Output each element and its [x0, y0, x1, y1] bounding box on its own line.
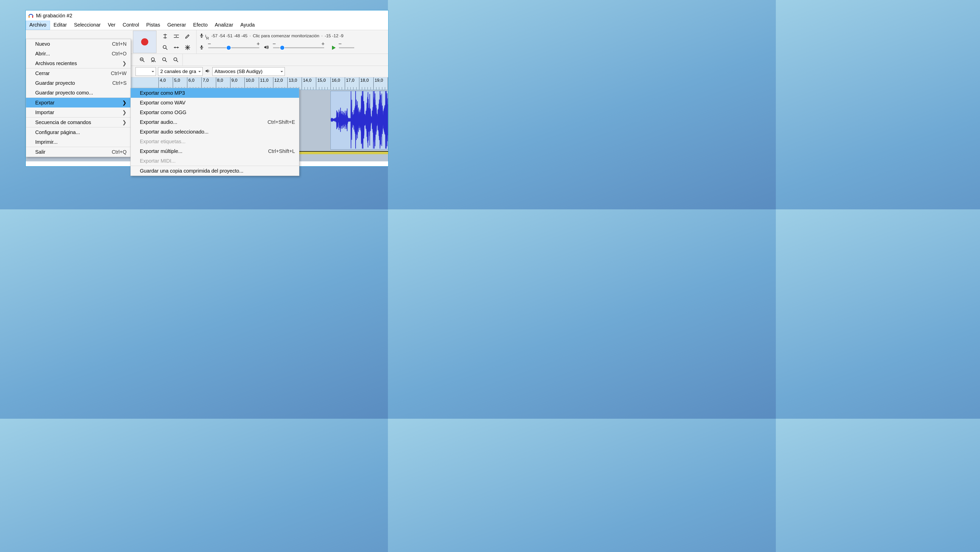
file-menu-item[interactable]: NuevoCtrl+N	[26, 39, 130, 49]
file-menu-item[interactable]: Guardar proyecto como...	[26, 88, 130, 98]
file-menu-item[interactable]: Abrir...Ctrl+O	[26, 49, 130, 59]
menu-editar[interactable]: Editar	[50, 21, 70, 30]
menu-analizar[interactable]: Analizar	[211, 21, 237, 30]
ruler-tick-label: 10,0	[246, 78, 254, 83]
zoom-sel-icon[interactable]	[148, 54, 159, 65]
envelope-tool-icon[interactable]	[171, 30, 182, 42]
export-menu-item[interactable]: Exportar audio seleccionado...	[130, 127, 299, 137]
submenu-arrow-icon: ❯	[112, 60, 127, 66]
menu-shortcut: Ctrl+O	[102, 51, 127, 57]
export-menu-item[interactable]: Guardar una copia comprimida del proyect…	[130, 166, 299, 175]
playback-volume-slider[interactable]: −+	[270, 47, 327, 48]
titlebar: Mi grabación #2	[26, 10, 388, 21]
file-menu-item[interactable]: Secuencia de comandos❯	[26, 118, 130, 128]
file-menu-item[interactable]: Exportar❯	[26, 98, 130, 107]
export-menu-item: Exportar etiquetas...	[130, 137, 299, 146]
menu-seleccionar[interactable]: Seleccionar	[70, 21, 104, 30]
menu-item-label: Cerrar	[35, 70, 50, 77]
ruler-tick-label: 19,0	[375, 78, 383, 83]
ruler-tick-label: 7,0	[203, 78, 209, 83]
menu-item-label: Nuevo	[35, 41, 50, 47]
export-menu-item[interactable]: Exportar como MP3	[130, 88, 299, 98]
zoom-out-icon[interactable]	[137, 54, 148, 65]
microphone-icon	[197, 45, 206, 51]
zoom-fit-icon[interactable]	[159, 54, 170, 65]
menu-archivo[interactable]: Archivo	[26, 21, 50, 30]
export-menu-item[interactable]: Exportar como WAV	[130, 98, 299, 107]
menubar: ArchivoEditarSeleccionarVerControlPistas…	[26, 21, 388, 30]
menu-efecto[interactable]: Efecto	[189, 21, 211, 30]
ruler-tick-label: 8,0	[217, 78, 223, 83]
file-menu-item[interactable]: Archivos recientes❯	[26, 59, 130, 69]
recording-volume-slider[interactable]: −+	[206, 47, 262, 48]
file-menu-item[interactable]: Imprimir...	[26, 137, 130, 147]
meter-hint-text[interactable]: Clic para comenzar monitorización	[253, 34, 319, 38]
export-submenu-dropdown: Exportar como MP3Exportar como WAVExport…	[130, 88, 299, 176]
ruler-tick-label: 16,0	[332, 78, 340, 83]
audacity-app-icon	[28, 13, 34, 19]
export-menu-item[interactable]: Exportar como OGG	[130, 107, 299, 117]
file-menu-item[interactable]: Importar❯	[26, 107, 130, 118]
menu-item-label: Guardar proyecto	[35, 80, 75, 86]
audio-clip[interactable]	[331, 91, 388, 150]
record-channels-value: 2 canales de gra	[160, 69, 196, 74]
ruler-tick-label: 11,0	[260, 78, 269, 83]
menu-item-label: Imprimir...	[35, 139, 58, 145]
ruler-tick-label: 5,0	[174, 78, 180, 83]
playback-speed-slider[interactable]: −	[338, 47, 357, 48]
file-menu-dropdown: NuevoCtrl+NAbrir...Ctrl+OArchivos recien…	[26, 39, 131, 157]
microphone-icon	[199, 33, 204, 39]
menu-shortcut: Ctrl+S	[102, 80, 127, 86]
menu-item-label: Archivos recientes	[35, 61, 77, 66]
menu-shortcut: Ctrl+N	[102, 41, 127, 47]
ruler-tick-label: 14,0	[303, 78, 311, 83]
menu-pistas[interactable]: Pistas	[143, 21, 164, 30]
speaker-icon	[262, 45, 270, 51]
svg-point-8	[174, 58, 177, 61]
export-menu-item[interactable]: Exportar múltiple...Ctrl+Shift+L	[130, 146, 299, 156]
ruler-tick-label: 4,0	[160, 78, 166, 83]
record-icon	[141, 38, 148, 45]
file-menu-item[interactable]: CerrarCtrl+W	[26, 69, 130, 78]
menu-item-label: Exportar como WAV	[140, 100, 186, 106]
playback-device-combo[interactable]: Altavoces (SB Audigy)	[212, 67, 285, 76]
menu-control[interactable]: Control	[119, 21, 143, 30]
ruler-tick: 15,0	[316, 77, 316, 89]
timeshift-tool-icon[interactable]	[171, 42, 182, 53]
export-menu-item: Exportar MIDI...	[130, 156, 299, 166]
zoom-tool-icon[interactable]	[159, 42, 171, 53]
ruler-tick: 14,0	[302, 77, 302, 89]
menu-item-label: Exportar audio seleccionado...	[140, 129, 208, 135]
file-menu-item[interactable]: Guardar proyectoCtrl+S	[26, 78, 130, 88]
record-button[interactable]	[133, 30, 156, 53]
menu-item-label: Salir	[35, 149, 45, 155]
menu-item-label: Abrir...	[35, 51, 50, 57]
ruler-tick-label: 17,0	[346, 78, 355, 83]
ruler-tick: 20,0	[388, 77, 388, 89]
menu-item-label: Importar	[35, 110, 54, 115]
play-at-speed-button[interactable]	[329, 43, 338, 52]
menu-item-label: Configurar página...	[35, 129, 80, 135]
audio-host-combo[interactable]	[135, 67, 156, 76]
draw-tool-icon[interactable]	[182, 30, 193, 42]
submenu-arrow-icon: ❯	[112, 109, 127, 115]
app-window: Mi grabación #2 ArchivoEditarSeleccionar…	[25, 10, 388, 166]
selection-tool-icon[interactable]	[159, 30, 171, 42]
menu-generar[interactable]: Generar	[164, 21, 189, 30]
svg-point-6	[151, 58, 154, 61]
file-menu-item[interactable]: Configurar página...	[26, 128, 130, 137]
zoom-toggle-icon[interactable]	[170, 54, 181, 65]
ruler-tick-label: 12,0	[274, 78, 283, 83]
file-menu-item[interactable]: SalirCtrl+Q	[26, 147, 130, 157]
recording-meter[interactable]: L R -57 -54 -51 -48 -45 · Clic para come…	[197, 30, 387, 42]
record-channels-combo[interactable]: 2 canales de gra	[158, 67, 203, 76]
menu-shortcut: Ctrl+W	[100, 70, 127, 77]
menu-item-label: Exportar como MP3	[140, 90, 185, 96]
export-menu-item[interactable]: Exportar audio...Ctrl+Shift+E	[130, 117, 299, 127]
ruler-tick-label: 6,0	[188, 78, 194, 83]
menu-shortcut: Ctrl+Q	[102, 149, 127, 155]
menu-ver[interactable]: Ver	[104, 21, 119, 30]
multi-tool-icon[interactable]	[182, 42, 193, 53]
svg-rect-3	[201, 34, 202, 36]
menu-ayuda[interactable]: Ayuda	[237, 21, 258, 30]
